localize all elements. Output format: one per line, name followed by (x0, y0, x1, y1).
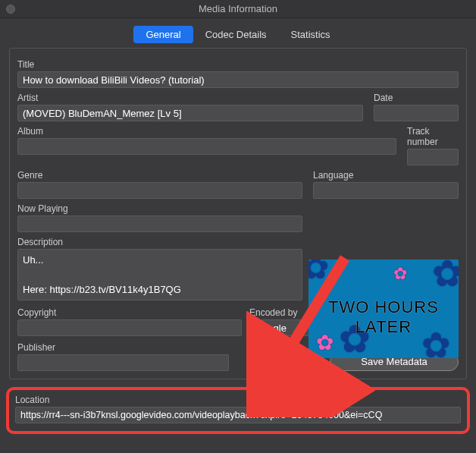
publisher-field[interactable] (17, 354, 229, 371)
general-panel: Title Artist Date Album Track number Gen… (9, 48, 467, 379)
label-artist: Artist (17, 93, 363, 103)
now-playing-field[interactable] (17, 215, 302, 232)
label-publisher: Publisher (17, 342, 229, 353)
date-field[interactable] (374, 105, 459, 121)
label-track-number: Track number (407, 126, 459, 147)
label-location: Location (15, 395, 461, 405)
tab-bar: General Codec Details Statistics (0, 26, 476, 43)
titlebar: Media Information (0, 0, 476, 18)
title-field[interactable] (17, 71, 459, 88)
copyright-field[interactable] (17, 319, 242, 336)
genre-field[interactable] (17, 182, 302, 199)
window-title: Media Information (0, 3, 476, 14)
tab-general[interactable]: General (133, 26, 193, 43)
label-title: Title (17, 59, 459, 70)
label-now-playing: Now Playing (17, 203, 459, 214)
track-number-field[interactable] (407, 149, 459, 165)
video-thumbnail: ✿ ✿ ✿ ✿ ✿ ✿ TWO HOURS LATER (308, 260, 459, 358)
label-description: Description (17, 237, 302, 247)
language-field[interactable] (313, 182, 459, 199)
label-date: Date (374, 93, 459, 103)
thumbnail-caption: TWO HOURS LATER (308, 297, 459, 337)
location-field[interactable] (15, 407, 461, 423)
label-language: Language (313, 170, 459, 181)
tab-statistics[interactable]: Statistics (279, 26, 343, 43)
artist-field[interactable] (17, 105, 363, 121)
album-field[interactable] (17, 138, 396, 155)
label-genre: Genre (17, 170, 302, 181)
location-highlight-box: Location (6, 387, 470, 434)
close-icon[interactable] (6, 5, 15, 14)
tab-codec-details[interactable]: Codec Details (193, 26, 279, 43)
description-field[interactable] (17, 249, 302, 300)
label-album: Album (17, 126, 396, 137)
